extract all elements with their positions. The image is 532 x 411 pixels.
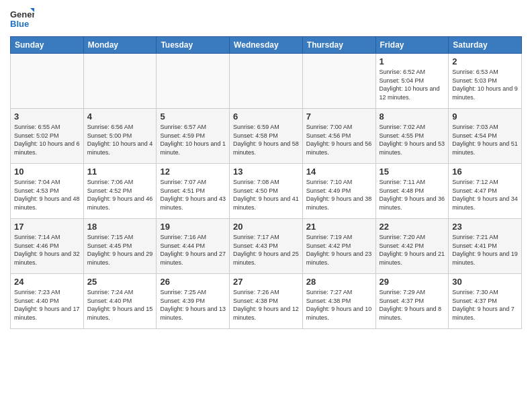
- day-number: 12: [160, 167, 226, 177]
- day-number: 26: [160, 277, 226, 287]
- logo-svg: General Blue: [10, 7, 34, 31]
- calendar-cell: 7Sunrise: 7:00 AM Sunset: 4:56 PM Daylig…: [302, 109, 375, 164]
- day-number: 21: [306, 222, 372, 232]
- day-number: 5: [160, 111, 226, 122]
- weekday-header: Saturday: [449, 37, 522, 54]
- calendar-cell: [83, 54, 157, 109]
- weekday-header: Friday: [375, 37, 449, 54]
- calendar-cell: 20Sunrise: 7:17 AM Sunset: 4:43 PM Dayli…: [230, 219, 303, 274]
- day-info: Sunrise: 7:29 AM Sunset: 4:37 PM Dayligh…: [380, 288, 445, 322]
- day-number: 13: [233, 167, 299, 177]
- day-number: 17: [14, 222, 80, 232]
- day-number: 10: [14, 167, 80, 177]
- weekday-row: SundayMondayTuesdayWednesdayThursdayFrid…: [11, 37, 522, 54]
- day-number: 6: [233, 111, 299, 122]
- day-info: Sunrise: 7:14 AM Sunset: 4:46 PM Dayligh…: [14, 233, 80, 267]
- calendar-cell: 21Sunrise: 7:19 AM Sunset: 4:42 PM Dayli…: [302, 219, 375, 274]
- day-number: 24: [14, 277, 80, 287]
- calendar-cell: 15Sunrise: 7:11 AM Sunset: 4:48 PM Dayli…: [375, 164, 449, 219]
- calendar-header: SundayMondayTuesdayWednesdayThursdayFrid…: [11, 37, 522, 54]
- calendar-cell: 29Sunrise: 7:29 AM Sunset: 4:37 PM Dayli…: [375, 274, 449, 329]
- day-info: Sunrise: 7:21 AM Sunset: 4:41 PM Dayligh…: [452, 233, 518, 267]
- day-number: 29: [380, 277, 445, 287]
- day-info: Sunrise: 7:02 AM Sunset: 4:55 PM Dayligh…: [380, 123, 445, 156]
- day-number: 23: [452, 222, 518, 232]
- calendar-cell: [302, 54, 375, 109]
- logo: General Blue: [10, 7, 34, 31]
- calendar-cell: 25Sunrise: 7:24 AM Sunset: 4:40 PM Dayli…: [83, 274, 157, 329]
- calendar-cell: 1Sunrise: 6:52 AM Sunset: 5:04 PM Daylig…: [375, 54, 449, 109]
- day-info: Sunrise: 7:08 AM Sunset: 4:50 PM Dayligh…: [233, 178, 299, 212]
- calendar-cell: 14Sunrise: 7:10 AM Sunset: 4:49 PM Dayli…: [302, 164, 375, 219]
- calendar-cell: 22Sunrise: 7:20 AM Sunset: 4:42 PM Dayli…: [375, 219, 449, 274]
- calendar-cell: 6Sunrise: 6:59 AM Sunset: 4:58 PM Daylig…: [230, 109, 303, 164]
- day-number: 9: [452, 111, 518, 122]
- weekday-header: Thursday: [302, 37, 375, 54]
- calendar-table: SundayMondayTuesdayWednesdayThursdayFrid…: [10, 36, 522, 329]
- weekday-header: Monday: [83, 37, 157, 54]
- day-number: 16: [452, 167, 518, 177]
- day-number: 28: [306, 277, 372, 287]
- day-info: Sunrise: 6:56 AM Sunset: 5:00 PM Dayligh…: [87, 123, 153, 156]
- day-info: Sunrise: 6:53 AM Sunset: 5:03 PM Dayligh…: [452, 68, 518, 101]
- day-info: Sunrise: 7:12 AM Sunset: 4:47 PM Dayligh…: [452, 178, 518, 212]
- day-number: 3: [14, 111, 80, 122]
- day-number: 2: [452, 56, 518, 66]
- calendar-cell: 9Sunrise: 7:03 AM Sunset: 4:54 PM Daylig…: [449, 109, 522, 164]
- day-info: Sunrise: 7:11 AM Sunset: 4:48 PM Dayligh…: [380, 178, 445, 212]
- calendar-cell: 28Sunrise: 7:27 AM Sunset: 4:38 PM Dayli…: [302, 274, 375, 329]
- calendar-cell: 3Sunrise: 6:55 AM Sunset: 5:02 PM Daylig…: [11, 109, 84, 164]
- calendar-cell: [230, 54, 303, 109]
- day-info: Sunrise: 7:17 AM Sunset: 4:43 PM Dayligh…: [233, 233, 299, 267]
- day-info: Sunrise: 7:06 AM Sunset: 4:52 PM Dayligh…: [87, 178, 153, 212]
- calendar-week-row: 3Sunrise: 6:55 AM Sunset: 5:02 PM Daylig…: [11, 109, 522, 164]
- calendar-body: 1Sunrise: 6:52 AM Sunset: 5:04 PM Daylig…: [11, 54, 522, 329]
- day-number: 30: [452, 277, 518, 287]
- day-info: Sunrise: 7:00 AM Sunset: 4:56 PM Dayligh…: [306, 123, 372, 156]
- weekday-header: Sunday: [11, 37, 84, 54]
- day-number: 22: [380, 222, 445, 232]
- calendar-cell: 8Sunrise: 7:02 AM Sunset: 4:55 PM Daylig…: [375, 109, 449, 164]
- calendar-cell: 18Sunrise: 7:15 AM Sunset: 4:45 PM Dayli…: [83, 219, 157, 274]
- calendar-week-row: 24Sunrise: 7:23 AM Sunset: 4:40 PM Dayli…: [11, 274, 522, 329]
- day-number: 19: [160, 222, 226, 232]
- day-info: Sunrise: 6:57 AM Sunset: 4:59 PM Dayligh…: [160, 123, 226, 156]
- calendar-week-row: 10Sunrise: 7:04 AM Sunset: 4:53 PM Dayli…: [11, 164, 522, 219]
- svg-text:General: General: [10, 9, 34, 19]
- calendar-cell: 30Sunrise: 7:30 AM Sunset: 4:37 PM Dayli…: [449, 274, 522, 329]
- day-number: 18: [87, 222, 153, 232]
- svg-text:Blue: Blue: [10, 19, 29, 29]
- day-info: Sunrise: 7:30 AM Sunset: 4:37 PM Dayligh…: [452, 288, 518, 322]
- calendar-cell: 16Sunrise: 7:12 AM Sunset: 4:47 PM Dayli…: [449, 164, 522, 219]
- calendar-cell: 11Sunrise: 7:06 AM Sunset: 4:52 PM Dayli…: [83, 164, 157, 219]
- calendar-cell: 27Sunrise: 7:26 AM Sunset: 4:38 PM Dayli…: [230, 274, 303, 329]
- day-number: 20: [233, 222, 299, 232]
- day-number: 14: [306, 167, 372, 177]
- day-info: Sunrise: 7:24 AM Sunset: 4:40 PM Dayligh…: [87, 288, 153, 322]
- day-info: Sunrise: 7:25 AM Sunset: 4:39 PM Dayligh…: [160, 288, 226, 322]
- weekday-header: Tuesday: [157, 37, 230, 54]
- day-number: 8: [380, 111, 445, 122]
- day-number: 25: [87, 277, 153, 287]
- day-info: Sunrise: 7:27 AM Sunset: 4:38 PM Dayligh…: [306, 288, 372, 322]
- calendar-cell: 24Sunrise: 7:23 AM Sunset: 4:40 PM Dayli…: [11, 274, 84, 329]
- calendar-container: General Blue SundayMondayTuesdayWednesda…: [0, 0, 532, 336]
- day-number: 11: [87, 167, 153, 177]
- calendar-week-row: 17Sunrise: 7:14 AM Sunset: 4:46 PM Dayli…: [11, 219, 522, 274]
- calendar-week-row: 1Sunrise: 6:52 AM Sunset: 5:04 PM Daylig…: [11, 54, 522, 109]
- day-number: 4: [87, 111, 153, 122]
- calendar-cell: 17Sunrise: 7:14 AM Sunset: 4:46 PM Dayli…: [11, 219, 84, 274]
- day-info: Sunrise: 7:10 AM Sunset: 4:49 PM Dayligh…: [306, 178, 372, 212]
- day-number: 27: [233, 277, 299, 287]
- day-info: Sunrise: 7:04 AM Sunset: 4:53 PM Dayligh…: [14, 178, 80, 212]
- day-info: Sunrise: 7:20 AM Sunset: 4:42 PM Dayligh…: [380, 233, 445, 267]
- calendar-cell: 5Sunrise: 6:57 AM Sunset: 4:59 PM Daylig…: [157, 109, 230, 164]
- calendar-cell: 19Sunrise: 7:16 AM Sunset: 4:44 PM Dayli…: [157, 219, 230, 274]
- day-info: Sunrise: 7:07 AM Sunset: 4:51 PM Dayligh…: [160, 178, 226, 212]
- day-info: Sunrise: 6:52 AM Sunset: 5:04 PM Dayligh…: [380, 68, 445, 101]
- weekday-header: Wednesday: [230, 37, 303, 54]
- day-number: 15: [380, 167, 445, 177]
- day-info: Sunrise: 6:55 AM Sunset: 5:02 PM Dayligh…: [14, 123, 80, 156]
- day-info: Sunrise: 7:03 AM Sunset: 4:54 PM Dayligh…: [452, 123, 518, 156]
- day-info: Sunrise: 6:59 AM Sunset: 4:58 PM Dayligh…: [233, 123, 299, 156]
